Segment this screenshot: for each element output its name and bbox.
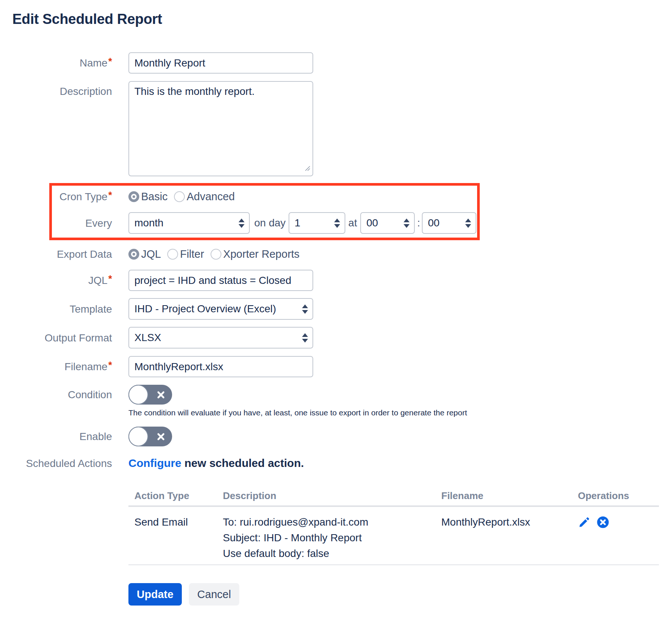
on-day-label: on day (254, 217, 286, 229)
configure-link[interactable]: Configure (128, 457, 181, 469)
filename-input[interactable] (128, 356, 313, 377)
condition-label: Condition (0, 388, 112, 401)
at-label: at (348, 217, 357, 229)
description-cell: To: rui.rodrigues@xpand-it.com Subject: … (223, 514, 441, 561)
condition-help-text: The condition will evaluate if you have,… (128, 408, 669, 418)
output-format-label: Output Format (0, 331, 112, 344)
delete-x-circle-icon[interactable] (597, 516, 609, 529)
enable-label: Enable (0, 430, 112, 443)
filename-row: Filename* (0, 356, 669, 377)
cron-type-basic-radio[interactable]: Basic (128, 191, 168, 203)
export-data-xporter-reports-radio[interactable]: Xporter Reports (211, 248, 300, 260)
export-data-filter-label: Filter (180, 248, 204, 260)
radio-unselected-icon (167, 249, 178, 260)
jql-input[interactable] (128, 270, 313, 291)
export-data-label: Export Data (0, 248, 112, 261)
scheduled-actions-text: new scheduled action. (181, 457, 304, 469)
spinner-arrows-icon (465, 219, 471, 228)
toggle-knob (128, 427, 148, 446)
export-data-row: Export Data JQL Filter Xporter Reports (0, 248, 669, 261)
radio-unselected-icon (211, 249, 221, 260)
description-line: To: rui.rodrigues@xpand-it.com (223, 514, 441, 530)
cron-type-advanced-label: Advanced (187, 191, 235, 203)
cron-type-advanced-radio[interactable]: Advanced (174, 191, 235, 203)
template-row: Template IHD - Project Overview (Excel) (0, 298, 669, 320)
every-minute-select[interactable]: 00 (422, 212, 476, 234)
cron-highlight-box: Cron Type* Basic Advanced Every m (49, 183, 480, 240)
cron-type-basic-label: Basic (141, 191, 168, 203)
name-label: Name* (0, 56, 112, 69)
description-textarea[interactable]: This is the monthly report. (128, 81, 313, 176)
description-row: Description This is the monthly report. (0, 81, 669, 176)
scheduled-actions-table: Action Type Description Filename Operati… (128, 486, 659, 565)
form-buttons: Update Cancel (128, 583, 669, 606)
table-header: Action Type Description Filename Operati… (128, 486, 659, 507)
cron-type-label: Cron Type* (52, 190, 112, 203)
required-asterisk: * (108, 56, 112, 67)
condition-toggle[interactable] (128, 385, 172, 405)
column-header-filename: Filename (441, 490, 578, 502)
table-row: Send Email To: rui.rodrigues@xpand-it.co… (128, 507, 659, 565)
spinner-arrows-icon (334, 219, 340, 228)
action-type-cell: Send Email (128, 514, 223, 561)
enable-toggle[interactable] (128, 427, 172, 446)
description-line: Subject: IHD - Monthly Report (223, 530, 441, 546)
export-data-jql-label: JQL (141, 248, 161, 260)
toggle-off-x-icon (156, 432, 166, 442)
page-title: Edit Scheduled Report (12, 10, 669, 28)
scheduled-report-form: Name* Description This is the monthly re… (0, 52, 669, 470)
radio-selected-icon (128, 191, 139, 202)
every-period-select[interactable]: month (128, 212, 250, 234)
output-format-row: Output Format XLSX (0, 327, 669, 349)
name-row: Name* (0, 52, 669, 74)
cron-type-row: Cron Type* Basic Advanced (52, 190, 477, 203)
export-data-filter-radio[interactable]: Filter (167, 248, 204, 260)
scheduled-actions-row: Scheduled Actions Configure new schedule… (0, 456, 669, 470)
every-row: Every month on day 1 at 00 (52, 212, 477, 234)
column-header-action-type: Action Type (128, 490, 223, 502)
edit-pencil-icon[interactable] (578, 516, 591, 529)
every-label: Every (52, 217, 112, 230)
jql-row: JQL* (0, 270, 669, 291)
export-data-jql-radio[interactable]: JQL (128, 248, 161, 260)
radio-unselected-icon (174, 191, 185, 202)
spinner-arrows-icon (239, 219, 245, 228)
condition-row: Condition (0, 385, 669, 405)
column-header-operations: Operations (578, 490, 659, 502)
description-line: Use default body: false (223, 546, 441, 561)
condition-help-row: The condition will evaluate if you have,… (0, 408, 669, 418)
enable-row: Enable (0, 427, 669, 446)
name-input[interactable] (128, 52, 313, 74)
jql-label: JQL* (0, 274, 112, 287)
template-select[interactable]: IHD - Project Overview (Excel) (128, 298, 313, 320)
toggle-knob (128, 385, 148, 405)
column-header-description: Description (223, 490, 441, 502)
required-asterisk: * (108, 273, 112, 284)
spinner-arrows-icon (302, 333, 308, 343)
required-asterisk: * (108, 359, 112, 371)
update-button[interactable]: Update (128, 583, 182, 606)
toggle-off-x-icon (156, 390, 166, 400)
every-day-select[interactable]: 1 (289, 212, 345, 234)
scheduled-actions-label: Scheduled Actions (0, 457, 112, 470)
filename-label: Filename* (0, 360, 112, 373)
every-hour-select[interactable]: 00 (360, 212, 415, 234)
spinner-arrows-icon (302, 304, 308, 314)
spinner-arrows-icon (404, 219, 410, 228)
description-label: Description (0, 81, 112, 98)
export-data-xporter-reports-label: Xporter Reports (223, 248, 300, 260)
edit-scheduled-report-page: Edit Scheduled Report Name* Description … (0, 0, 669, 644)
template-label: Template (0, 303, 112, 316)
output-format-select[interactable]: XLSX (128, 327, 313, 349)
required-asterisk: * (108, 189, 112, 201)
radio-selected-icon (128, 249, 139, 260)
colon-separator: : (417, 217, 420, 229)
filename-cell: MonthlyReport.xlsx (441, 514, 578, 561)
cancel-button[interactable]: Cancel (189, 583, 239, 606)
operations-cell (578, 514, 659, 561)
